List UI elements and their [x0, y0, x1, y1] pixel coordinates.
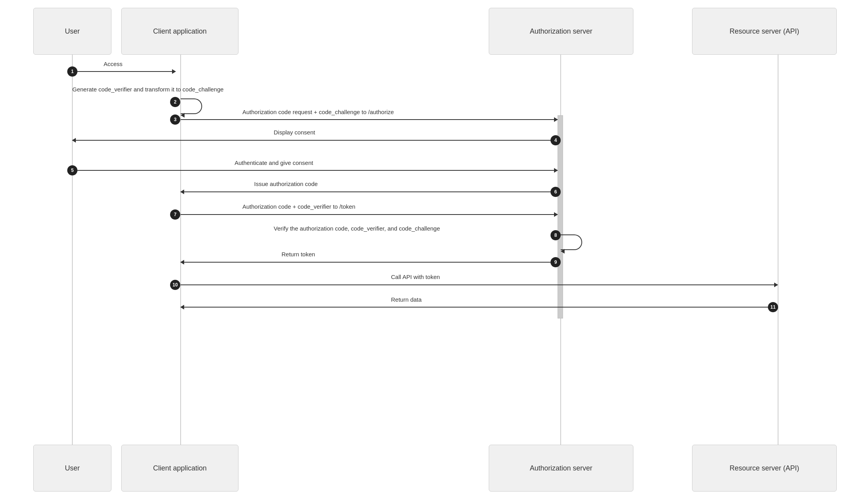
self-loop-2-arrow [181, 113, 185, 118]
sequence-diagram: User Client application Authorization se… [0, 0, 868, 499]
message-5-line [72, 170, 558, 171]
message-4-label: Display consent [274, 129, 315, 136]
actor-resource-bottom: Resource server (API) [692, 445, 837, 492]
message-11-label: Return data [391, 296, 421, 303]
message-4-line [72, 140, 558, 141]
message-6-line [181, 191, 558, 192]
actor-user-bottom: User [33, 445, 111, 492]
message-11-line [181, 307, 778, 308]
lifeline-resource [778, 55, 778, 445]
step-10: 10 [170, 280, 180, 290]
self-loop-8 [561, 234, 582, 250]
message-8-label: Verify the authorization code, code_veri… [274, 225, 440, 232]
actor-client-bottom: Client application [121, 445, 239, 492]
actor-authserver-top: Authorization server [489, 8, 633, 55]
message-6-label: Issue authorization code [254, 181, 318, 187]
message-10-label: Call API with token [391, 274, 440, 280]
step-9: 9 [551, 257, 561, 267]
step-1: 1 [67, 66, 77, 77]
step-4: 4 [551, 135, 561, 145]
actor-client-top: Client application [121, 8, 239, 55]
step-7: 7 [170, 209, 180, 220]
actor-authserver-bottom: Authorization server [489, 445, 633, 492]
message-3-label: Authorization code request + code_challe… [242, 109, 394, 115]
lifeline-user [72, 55, 73, 445]
step-8: 8 [551, 230, 561, 240]
message-1-label: Access [104, 61, 122, 67]
actor-user-top: User [33, 8, 111, 55]
step-3: 3 [170, 114, 180, 125]
step-2: 2 [170, 97, 180, 107]
message-2-label: Generate code_verifier and transform it … [72, 86, 224, 93]
message-10-line [181, 284, 778, 285]
self-loop-8-arrow [561, 249, 565, 254]
actor-resource-top: Resource server (API) [692, 8, 837, 55]
message-1-line [72, 71, 176, 72]
message-5-label: Authenticate and give consent [235, 159, 313, 166]
message-3-line [181, 119, 558, 120]
message-9-line [181, 262, 558, 263]
message-7-label: Authorization code + code_verifier to /t… [242, 203, 355, 210]
activation-authserver [558, 115, 563, 318]
step-5: 5 [67, 165, 77, 175]
step-11: 11 [768, 302, 778, 312]
message-9-label: Return token [282, 251, 315, 258]
step-6: 6 [551, 187, 561, 197]
self-loop-2 [181, 98, 202, 114]
message-7-line [181, 214, 558, 215]
